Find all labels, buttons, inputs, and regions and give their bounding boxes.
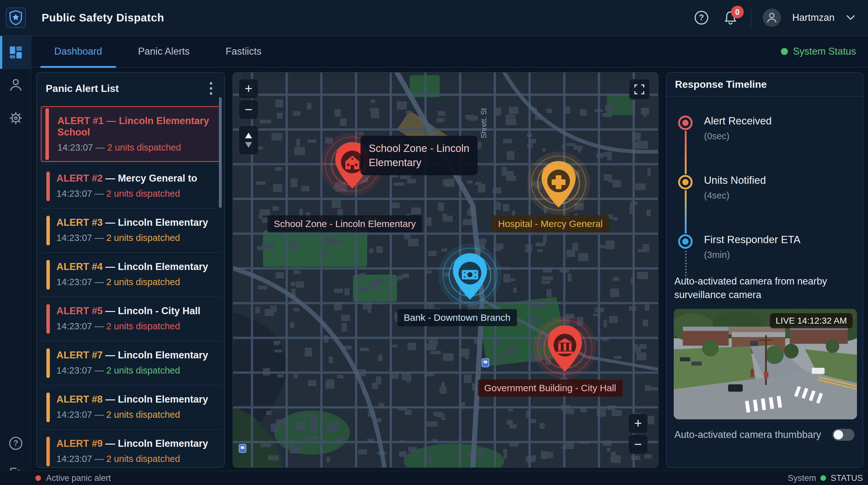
camera-heading: Auto-activated camera from nearby survei…	[667, 274, 863, 302]
status-dot	[781, 48, 788, 55]
camera-toggle-switch[interactable]	[832, 429, 855, 441]
alert-title: ALERT #9 — Lincoln Elementary	[57, 438, 214, 449]
header-divider	[751, 7, 751, 29]
alert-title: ALERT #5 — Lincoln - City Hall	[57, 305, 214, 317]
page-title: Public Safety Dispatch	[42, 11, 164, 24]
alert-list-item[interactable]: ALERT #4 — Lincoln Elementary14:23:07 — …	[41, 252, 220, 296]
alert-title: ALERT #7 — Lincoln Elementary	[57, 349, 214, 361]
sidebar-item-dashboard[interactable]	[0, 36, 32, 69]
alert-subtitle: 14:23:07 — 2 units dispatched	[57, 277, 214, 287]
dashboard-grid-icon	[8, 45, 23, 60]
user-icon	[766, 12, 777, 24]
map-zoom-out-button-2[interactable]: −	[628, 434, 648, 454]
timeline-event-label: Alert Received	[704, 116, 772, 126]
notifications-button[interactable]: 0	[722, 9, 739, 27]
timeline-marker	[678, 175, 693, 190]
alert-list-item[interactable]: ALERT #2 — Mercy General to14:23:07 — 2 …	[41, 164, 220, 208]
shield-star-icon	[9, 10, 23, 25]
alert-severity-bar	[46, 171, 50, 201]
timeline-event-time: (3min)	[704, 250, 801, 260]
footer-system-label: System	[787, 473, 816, 483]
alert-subtitle: 14:23:07 — 2 units dispatched	[57, 233, 214, 243]
alert-title: ALERT #2 — Mercy General to	[57, 173, 214, 184]
alert-title: ALERT #4 — Lincoln Elementary	[57, 261, 214, 273]
up-down-arrows-icon	[243, 131, 254, 149]
panic-alert-list-title: Panic Alert List	[46, 83, 119, 94]
list-scrollbar[interactable]	[219, 97, 222, 208]
camera-toggle-row: Auto-activated camera thumbbary	[667, 419, 863, 441]
help-circle-icon: ?	[8, 436, 23, 451]
alert-subtitle: 14:23:07 — 2 units dispatched	[57, 409, 214, 420]
map-zoom-in-button-2[interactable]: +	[628, 413, 648, 433]
response-timeline-title: Response Timeline	[675, 79, 767, 90]
map-zoom-out-button[interactable]: −	[239, 100, 258, 119]
alert-list-item[interactable]: ALERT #8 — Lincoln Elementary14:23:07 — …	[41, 385, 220, 429]
sidebar-item-settings[interactable]	[0, 102, 32, 135]
timeline-marker	[678, 116, 693, 130]
timeline-trailing-dots	[685, 251, 687, 282]
app-logo	[6, 7, 26, 28]
map-label-bank: Bank - Downtown Branch	[397, 309, 517, 326]
alert-severity-bar	[46, 437, 50, 466]
alert-subtitle: 14:23:07 — 2 units dispatched	[57, 142, 213, 153]
status-bar: Active panic alert System STATUS	[0, 470, 868, 485]
live-timestamp-badge: LIVE 14:12:32 AM	[770, 313, 852, 329]
alert-list: ALERT #1 — Lincoln Elementary School14:2…	[37, 104, 224, 468]
timeline-event-first-responder-eta: First Responder ETA(3min)	[678, 234, 801, 260]
map-zoom-in-button[interactable]: +	[239, 79, 258, 98]
tab-bar: Dashboard Panic Alerts Fastiicts System …	[32, 36, 868, 67]
map-label-government: Government Building - City Hall	[478, 379, 623, 397]
help-button[interactable]: ?	[693, 9, 710, 27]
avatar[interactable]	[763, 8, 781, 27]
alert-list-item[interactable]: ALERT #7 — Lincoln Elementary14:23:07 — …	[41, 341, 220, 385]
timeline-event-alert-received: Alert Received(0sec)	[678, 116, 772, 141]
alert-severity-bar	[46, 260, 50, 289]
system-status-footer: System STATUS	[787, 473, 863, 483]
camera-feed[interactable]: LIVE 14:12:32 AM	[674, 309, 857, 419]
alert-severity-bar	[46, 393, 50, 422]
map-fullscreen-button[interactable]	[629, 79, 650, 100]
panic-alert-list-header: Panic Alert List	[37, 73, 224, 104]
map-tooltip-school-zone: School Zone - Lincoln Elementary	[361, 136, 477, 175]
alert-list-item[interactable]: ALERT #5 — Lincoln - City Hall14:23:07 —…	[41, 296, 220, 341]
person-icon	[9, 78, 23, 92]
tab-panic-alerts[interactable]: Panic Alerts	[124, 36, 204, 67]
alert-subtitle: 14:23:07 — 2 units dispatched	[57, 454, 214, 464]
transit-stop-icon	[239, 444, 246, 453]
tab-dashboard[interactable]: Dashboard	[40, 36, 116, 67]
sidebar: ?	[0, 36, 32, 485]
tooltip-line-1: School Zone - Lincoln	[369, 141, 469, 156]
alert-list-item[interactable]: ALERT #1 — Lincoln Elementary School14:2…	[41, 106, 220, 162]
header: Public Safety Dispatch ? 0	[0, 0, 868, 36]
help-icon: ?	[694, 10, 709, 25]
timeline-event-units-notified: Units Notified(4sec)	[678, 175, 766, 201]
map-panel[interactable]: Shrett. St	[232, 72, 658, 468]
svg-text:?: ?	[699, 12, 704, 22]
gear-icon	[8, 111, 23, 126]
sidebar-help-button[interactable]: ?	[7, 434, 25, 452]
alert-list-item[interactable]: ALERT #9 — Lincoln Elementary14:23:07 — …	[41, 429, 220, 468]
alert-subtitle: 14:23:07 — 2 units dispatched	[57, 365, 214, 376]
alert-dot	[35, 475, 41, 481]
fullscreen-icon	[634, 84, 645, 95]
footer-status-label: STATUS	[831, 473, 863, 483]
timeline-event-label: First Responder ETA	[704, 234, 801, 245]
chevron-down-icon[interactable]	[846, 15, 856, 21]
tab-fastiicts[interactable]: Fastiicts	[212, 36, 275, 67]
map-sort-button[interactable]	[239, 126, 258, 155]
response-panel: Response Timeline Alert Received(0sec)Un…	[666, 72, 863, 468]
user-name[interactable]: Hartmzan	[792, 12, 835, 23]
response-timeline: Alert Received(0sec)Units Notified(4sec)…	[667, 96, 863, 274]
footer-status-dot	[820, 475, 826, 481]
panic-alert-list-panel: Panic Alert List ALERT #1 — Lincoln Elem…	[36, 72, 225, 468]
alert-title: ALERT #3 — Lincoln Elementary	[57, 217, 214, 228]
map-label-school: School Zone - Lincoln Elementary	[268, 215, 422, 232]
kebab-menu-icon[interactable]	[207, 79, 215, 98]
sidebar-item-users[interactable]	[0, 69, 32, 102]
alert-list-item[interactable]: ALERT #3 — Lincoln Elementary14:23:07 — …	[41, 208, 220, 252]
alert-title: ALERT #1 — Lincoln Elementary School	[57, 115, 213, 138]
alert-subtitle: 14:23:07 — 2 units dispatched	[57, 321, 214, 332]
alert-title: ALERT #8 — Lincoln Elementary	[57, 394, 214, 405]
notification-badge: 0	[731, 6, 744, 18]
alert-subtitle: 14:23:07 — 2 units dispatched	[57, 189, 214, 199]
